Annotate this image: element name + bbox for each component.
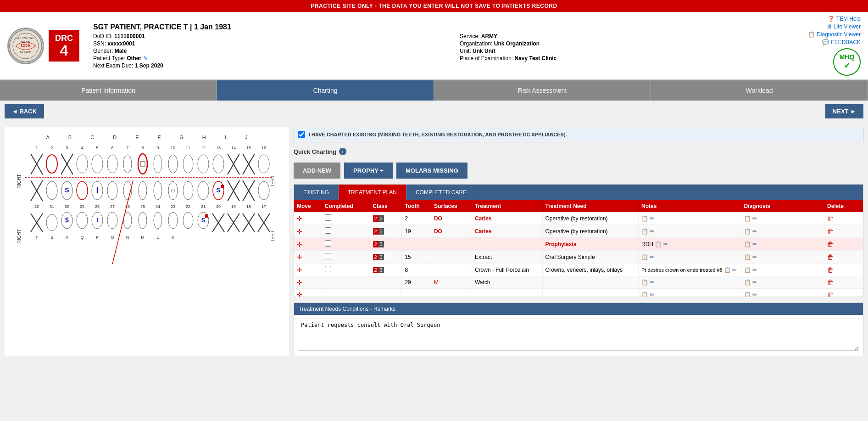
- svg-point-48: [46, 181, 57, 200]
- charted-checkbox[interactable]: [298, 131, 305, 138]
- move-cell[interactable]: ✛: [294, 238, 322, 251]
- lite-viewer-link[interactable]: 🖥 Lite Viewer: [826, 23, 861, 30]
- surfaces-cell: [431, 251, 472, 264]
- diagnosis-icon[interactable]: 📋: [744, 254, 751, 260]
- diagnosis-icon[interactable]: 📋: [744, 292, 751, 297]
- diag-edit-icon[interactable]: ✏: [752, 228, 757, 235]
- diag-edit-icon[interactable]: ✏: [752, 241, 757, 247]
- delete-cell[interactable]: 🗑: [824, 251, 863, 264]
- tab-treatment-plan[interactable]: TREATMENT PLAN: [339, 185, 406, 200]
- svg-text:10: 10: [171, 146, 175, 150]
- tab-workload[interactable]: Workload: [651, 80, 868, 101]
- svg-point-60: [183, 181, 193, 200]
- move-cell[interactable]: ✛: [294, 289, 322, 297]
- class-cell: 23: [370, 264, 402, 276]
- completed-cell[interactable]: [322, 238, 370, 251]
- treatment-table-container[interactable]: Move Completed Class Tooth Surfaces Trea…: [294, 200, 863, 297]
- remarks-textarea[interactable]: Patient requests consult with Oral Surge…: [298, 319, 859, 351]
- prophy-button[interactable]: PROPHY +: [344, 163, 393, 179]
- delete-cell[interactable]: 🗑: [824, 289, 863, 297]
- diagnosis-icon[interactable]: 📋: [744, 228, 751, 235]
- diagnosis-icon[interactable]: 📋: [744, 279, 751, 286]
- move-cell[interactable]: ✛: [294, 225, 322, 238]
- tab-patient-information[interactable]: Patient Information: [0, 80, 217, 101]
- tab-existing[interactable]: EXISTING: [294, 185, 339, 200]
- diag-edit-icon[interactable]: ✏: [752, 215, 757, 222]
- molars-missing-button[interactable]: MOLARS MISSING: [396, 163, 467, 179]
- svg-text:28: 28: [95, 204, 100, 209]
- svg-point-44: [258, 155, 269, 173]
- diag-edit-icon[interactable]: ✏: [752, 254, 757, 260]
- edit-icon[interactable]: ✏: [650, 292, 654, 297]
- feedback-link[interactable]: 💬 FEEDBACK: [822, 39, 861, 45]
- tem-help-link[interactable]: ❓ TEM Help: [828, 16, 861, 22]
- completed-cell[interactable]: [322, 251, 370, 264]
- edit-icon[interactable]: ✏: [650, 254, 654, 260]
- notes-icon[interactable]: 📋: [641, 279, 648, 286]
- move-cell[interactable]: ✛: [294, 264, 322, 276]
- svg-text:32: 32: [34, 204, 39, 209]
- diag-edit-icon[interactable]: ✏: [752, 267, 757, 273]
- delete-cell[interactable]: 🗑: [824, 225, 863, 238]
- add-new-button[interactable]: ADD NEW: [294, 163, 340, 179]
- completed-checkbox[interactable]: [325, 266, 331, 272]
- notes-icon[interactable]: 📋: [641, 254, 648, 260]
- completed-cell[interactable]: [322, 264, 370, 276]
- tooth-cell: 29: [402, 276, 431, 289]
- patient-name: SGT PATIENT, PRACTICE T | 1 Jan 1981: [93, 23, 808, 31]
- move-cell[interactable]: ✛: [294, 212, 322, 225]
- completed-cell[interactable]: [322, 212, 370, 225]
- svg-point-101: [183, 212, 193, 229]
- completed-checkbox[interactable]: [325, 253, 331, 259]
- back-button[interactable]: ◄ BACK: [5, 104, 44, 118]
- diagnosis-cell: 📋 ✏: [741, 225, 824, 238]
- tab-completed-care[interactable]: COMPLETED CARE: [406, 185, 476, 200]
- delete-button[interactable]: 🗑: [827, 228, 834, 235]
- notes-icon[interactable]: 📋: [655, 241, 662, 247]
- diagnosis-icon[interactable]: 📋: [744, 267, 751, 273]
- delete-button[interactable]: 🗑: [827, 241, 834, 248]
- tooth-cell: 19: [402, 225, 431, 238]
- diagnosis-icon[interactable]: 📋: [744, 215, 751, 222]
- completed-cell[interactable]: [322, 225, 370, 238]
- completed-checkbox[interactable]: [325, 240, 331, 247]
- notes-icon[interactable]: 📋: [641, 215, 648, 222]
- patient-info-section: SGT PATIENT, PRACTICE T | 1 Jan 1981 DoD…: [89, 23, 808, 69]
- diag-edit-icon[interactable]: ✏: [752, 279, 757, 286]
- next-button[interactable]: NEXT ►: [825, 104, 863, 118]
- completed-checkbox[interactable]: [325, 227, 331, 234]
- delete-cell[interactable]: 🗑: [824, 264, 863, 276]
- move-icon: ✛: [297, 253, 302, 261]
- diagnostic-viewer-link[interactable]: 📋 Diagnostic Viewer: [808, 31, 861, 38]
- edit-icon[interactable]: ✏: [732, 267, 737, 273]
- svg-text:31: 31: [50, 204, 54, 209]
- edit-icon[interactable]: ✏: [650, 228, 654, 235]
- remarks-body: Patient requests consult with Oral Surge…: [294, 315, 863, 356]
- svg-point-30: [92, 155, 103, 173]
- edit-icon[interactable]: ✏: [650, 279, 654, 286]
- delete-button[interactable]: 🗑: [827, 253, 834, 261]
- delete-cell[interactable]: 🗑: [824, 276, 863, 289]
- delete-button[interactable]: 🗑: [827, 215, 834, 222]
- notes-icon[interactable]: 📋: [724, 267, 731, 273]
- diagnosis-icon[interactable]: 📋: [744, 241, 751, 247]
- treatment-need-cell: Operative (by restoration): [542, 212, 639, 225]
- delete-cell[interactable]: 🗑: [824, 238, 863, 251]
- diag-edit-icon[interactable]: ✏: [752, 292, 757, 297]
- delete-cell[interactable]: 🗑: [824, 212, 863, 225]
- info-icon[interactable]: i: [339, 148, 346, 155]
- treatment-cell: Caries: [472, 212, 542, 225]
- notes-icon[interactable]: 📋: [641, 292, 648, 297]
- completed-checkbox[interactable]: [325, 214, 331, 221]
- svg-text:LEFT: LEFT: [270, 231, 275, 242]
- delete-button[interactable]: 🗑: [827, 266, 834, 274]
- tab-charting[interactable]: Charting: [217, 80, 434, 101]
- delete-button[interactable]: 🗑: [827, 291, 834, 297]
- tab-risk-assessment[interactable]: Risk Assessment: [434, 80, 651, 101]
- move-cell[interactable]: ✛: [294, 276, 322, 289]
- move-cell[interactable]: ✛: [294, 251, 322, 264]
- edit-icon[interactable]: ✏: [663, 241, 668, 247]
- notes-icon[interactable]: 📋: [641, 228, 648, 235]
- edit-icon[interactable]: ✏: [650, 215, 654, 222]
- delete-button[interactable]: 🗑: [827, 279, 834, 286]
